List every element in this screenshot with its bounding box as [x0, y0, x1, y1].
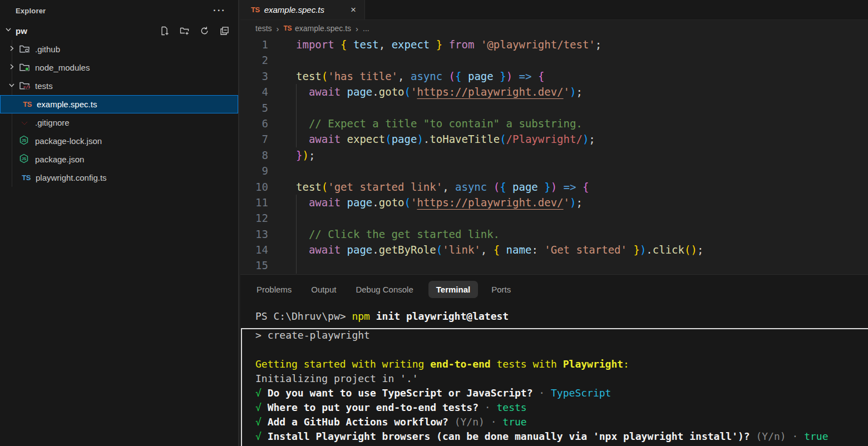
- code-token: ;: [589, 133, 595, 145]
- tree-item-gitignore[interactable]: .gitignore: [0, 113, 238, 132]
- code-token: ·: [479, 402, 497, 413]
- tree-item-github-folder[interactable]: .github: [0, 40, 238, 58]
- code-token: [576, 181, 583, 193]
- indent-guide: [296, 84, 297, 147]
- explorer-actions: [160, 26, 238, 36]
- terminal-line: > create-playwright: [255, 328, 868, 343]
- terminal-line: √ Add a GitHub Actions workflow? (Y/n) ·…: [255, 415, 868, 429]
- code-token: {: [494, 244, 500, 256]
- code-token: {: [341, 38, 347, 51]
- code-token: [442, 38, 448, 51]
- file-tree: .github node_modules </> tests TS exampl…: [0, 40, 238, 187]
- code-token: (: [322, 181, 328, 193]
- workspace-section-header[interactable]: pw: [0, 21, 238, 40]
- collapse-all-icon[interactable]: [220, 26, 229, 36]
- code-token: =>: [564, 181, 576, 193]
- svg-text:JS: JS: [22, 157, 27, 161]
- code-token: Add a GitHub Actions workflow?: [268, 416, 448, 428]
- code-token: Getting started with writing: [255, 358, 430, 370]
- tree-item-label: tests: [35, 81, 53, 91]
- breadcrumb-symbol[interactable]: ...: [363, 24, 369, 33]
- chevron-down-icon: [8, 81, 17, 91]
- code-token: ,: [481, 244, 494, 256]
- code-token: [487, 181, 493, 193]
- line-number: 13: [240, 226, 280, 242]
- line-number: 3: [240, 68, 280, 84]
- code-token: true: [804, 430, 828, 442]
- code-token: (Y/n): [448, 416, 485, 428]
- code-token: ,: [442, 181, 455, 193]
- code-editor[interactable]: 1import { test, expect } from '@playwrig…: [240, 37, 868, 274]
- code-token: ;: [576, 196, 582, 209]
- code-token: [531, 70, 537, 82]
- tab-problems[interactable]: Problems: [257, 285, 292, 294]
- code-token: ): [570, 196, 576, 209]
- code-text: // Click the get started link.: [280, 226, 500, 242]
- code-token: test: [353, 38, 379, 51]
- code-token: [296, 86, 309, 98]
- code-token: [341, 244, 347, 256]
- code-token: npm: [352, 310, 370, 322]
- code-text: test('get started link', async ({ page }…: [280, 179, 589, 195]
- code-line: 7 await expect(page).toHaveTitle(/Playwr…: [240, 131, 868, 147]
- code-token: name: [506, 244, 532, 256]
- tree-item-package-json[interactable]: JS package.json: [0, 150, 238, 169]
- code-token: :: [531, 244, 544, 256]
- tab-terminal[interactable]: Terminal: [428, 281, 478, 298]
- code-line: 2: [240, 52, 868, 68]
- code-token: [341, 196, 347, 209]
- close-icon[interactable]: ×: [349, 4, 358, 16]
- code-token: √: [255, 416, 262, 428]
- code-token: }: [633, 244, 639, 256]
- more-actions-icon[interactable]: ···: [213, 8, 226, 13]
- terminal-output[interactable]: PS C:\Dhruv\pw> npm init playwright@late…: [240, 304, 868, 444]
- tree-item-tests-folder[interactable]: </> tests: [0, 77, 238, 95]
- terminal-line: Getting started with writing end-to-end …: [255, 357, 868, 371]
- code-token: [296, 117, 309, 130]
- panel-tab-bar: Problems Output Debug Console Terminal P…: [240, 275, 868, 304]
- tree-item-package-lock[interactable]: JS package-lock.json: [0, 132, 238, 150]
- bottom-panel: Problems Output Debug Console Terminal P…: [240, 274, 868, 446]
- code-token: ·: [485, 416, 503, 428]
- breadcrumb-file[interactable]: example.spec.ts: [295, 24, 351, 33]
- code-token: await: [309, 244, 341, 256]
- code-line: 4 await page.goto('https://playwright.de…: [240, 84, 868, 100]
- code-text: test('has title', async ({ page }) => {: [280, 68, 544, 84]
- code-line: 10test('get started link', async ({ page…: [240, 179, 868, 195]
- tab-output[interactable]: Output: [311, 285, 336, 294]
- new-folder-icon[interactable]: [180, 26, 189, 36]
- code-token: .: [372, 244, 378, 256]
- code-line: 9: [240, 163, 868, 179]
- code-token: page: [347, 196, 373, 209]
- refresh-icon[interactable]: [200, 26, 209, 36]
- terminal-line: √ Install Playwright browsers (can be do…: [255, 429, 868, 444]
- code-token: ): [583, 133, 589, 145]
- tab-bar: TS example.spec.ts ×: [240, 0, 868, 20]
- node-json-icon: JS: [19, 153, 30, 165]
- tree-item-label: .github: [35, 44, 60, 54]
- tab-ports[interactable]: Ports: [491, 285, 511, 294]
- tree-item-playwright-config[interactable]: TS playwright.config.ts: [0, 169, 238, 187]
- new-file-icon[interactable]: [160, 26, 169, 36]
- code-token: test: [296, 181, 322, 193]
- code-token: ): [302, 149, 308, 161]
- code-token: ): [551, 181, 557, 193]
- code-token: await: [309, 196, 341, 209]
- code-line: 1import { test, expect } from '@playwrig…: [240, 37, 868, 52]
- line-number: 10: [240, 179, 280, 195]
- tab-example-spec[interactable]: TS example.spec.ts ×: [240, 0, 365, 19]
- code-token: .: [423, 133, 430, 145]
- code-token: tests: [497, 402, 527, 413]
- tree-item-example-spec[interactable]: TS example.spec.ts: [0, 95, 238, 113]
- code-token: 'get started link': [328, 181, 442, 193]
- code-token: Do you want to use TypeScript or JavaScr…: [268, 387, 533, 399]
- code-token: goto: [379, 196, 405, 209]
- code-token: .: [372, 86, 378, 98]
- svg-text:</>: </>: [23, 85, 30, 90]
- tab-debug-console[interactable]: Debug Console: [356, 285, 413, 294]
- code-token: [627, 244, 633, 256]
- tree-item-node-modules-folder[interactable]: node_modules: [0, 58, 238, 77]
- code-text: await page.goto('https://playwright.dev/…: [280, 84, 583, 100]
- tab-label: example.spec.ts: [264, 5, 349, 14]
- breadcrumb-tests[interactable]: tests: [255, 24, 272, 33]
